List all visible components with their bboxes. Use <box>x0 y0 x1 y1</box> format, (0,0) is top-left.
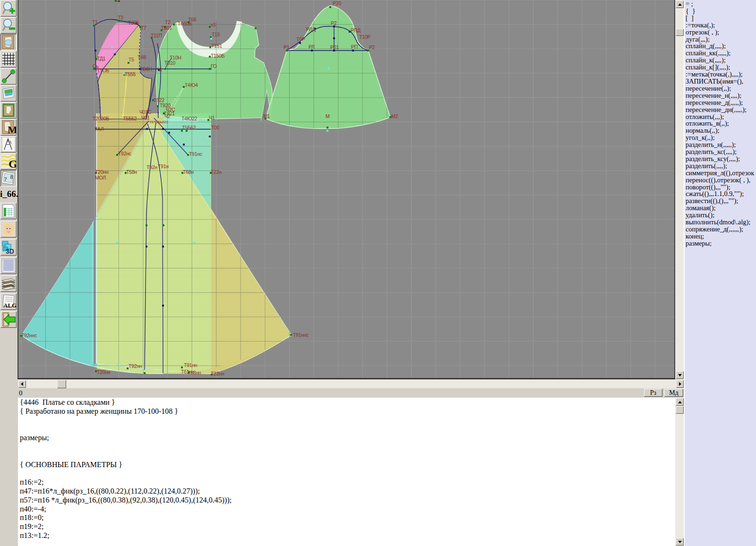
svg-text:Т5Б52: Т5Б52 <box>123 116 137 121</box>
svg-text:тд: тд <box>157 66 162 72</box>
svg-text:Т7: Т7 <box>141 25 146 31</box>
svg-text:Т8Т0БЬ022: Т8Т0БЬ022 <box>149 120 169 124</box>
svg-text:РП: РП <box>351 44 358 50</box>
svg-text:Т58н: Т58н <box>126 169 137 175</box>
svg-text:РЛ: РЛ <box>309 44 315 50</box>
svg-text:M: M <box>8 124 16 135</box>
svg-text:Т22н: Т22н <box>211 169 222 175</box>
svg-text:М: М <box>326 113 329 119</box>
svg-text:Т305: Т305 <box>128 20 139 26</box>
svg-text:РЛД: РЛД <box>306 26 316 32</box>
svg-text:Ч01С: Ч01С <box>139 109 152 115</box>
svg-text:РПД: РПД <box>351 27 361 33</box>
svg-text:Т20нн: Т20нн <box>97 369 111 375</box>
svg-text:Т1: Т1 <box>92 19 98 25</box>
svg-text:ТбР: ТбР <box>296 36 305 42</box>
svg-text:Т91н: Т91н <box>158 163 169 169</box>
svg-text:Р2: Р2 <box>369 44 375 50</box>
svg-text:Р20: Р20 <box>333 0 341 6</box>
svg-text:Т66: Т66 <box>188 17 197 22</box>
svg-text:Т11П: Т11П <box>151 33 162 38</box>
svg-text:Т4Ю22: Т4Ю22 <box>181 116 198 121</box>
svg-text:х1: х1 <box>211 22 216 27</box>
svg-text:Т15: Т15 <box>212 32 220 37</box>
svg-text:Т2: Т2 <box>165 19 171 25</box>
svg-text:Т68нн: Т68нн <box>188 370 201 375</box>
svg-text:Т22нн: Т22нн <box>211 371 224 376</box>
svg-text:ТАЛ: ТАЛ <box>94 126 104 132</box>
svg-text:Т10Р: Т10Р <box>359 34 370 40</box>
svg-text:G: G <box>9 158 16 169</box>
svg-text:Т00: Т00 <box>211 125 220 130</box>
svg-text:Т5Б62: Т5Б62 <box>182 125 196 130</box>
svg-text:Т91нн: Т91нн <box>184 362 198 368</box>
svg-text:Т92нс: Т92нс <box>118 151 131 156</box>
svg-text:Т4В: Т4В <box>137 54 146 60</box>
svg-text:ТД1: ТД1 <box>97 56 106 61</box>
svg-text:ALG: ALG <box>3 302 16 309</box>
svg-text:ГО: ГО <box>211 63 217 69</box>
svg-text:М2: М2 <box>391 113 398 119</box>
svg-text:Р1: Р1 <box>284 44 290 50</box>
svg-text:Т010: Т010 <box>164 60 175 66</box>
svg-text:Т68н: Т68н <box>183 169 194 175</box>
svg-text:A: A <box>9 140 12 145</box>
svg-text:Т3: Т3 <box>118 15 123 20</box>
svg-text:Рб1: Рб1 <box>330 44 339 50</box>
svg-text:Т151: Т151 <box>211 43 222 49</box>
svg-text:ТВбН: ТВбН <box>140 66 152 72</box>
svg-text:Р2: Р2 <box>331 20 337 26</box>
svg-text:Т20нн: Т20нн <box>95 169 109 175</box>
svg-text:Т92ннс: Т92ннс <box>21 333 37 338</box>
svg-text:Ч01: Ч01 <box>141 115 150 120</box>
svg-text:Ч1: Ч1 <box>209 115 215 120</box>
svg-text:Т801: Т801 <box>161 25 172 31</box>
svg-text:3D: 3D <box>6 247 14 255</box>
svg-text:МОЛ: МОЛ <box>95 175 106 180</box>
svg-text:Т4Ю4: Т4Ю4 <box>185 82 198 88</box>
svg-text:Т2020Б: Т2020Б <box>93 116 109 121</box>
svg-text:ТТОБ: ТТОБ <box>97 68 110 73</box>
svg-text:Т150Б: Т150Б <box>211 53 225 59</box>
svg-text:Т92нн: Т92нн <box>129 363 142 369</box>
svg-text:Т92н: Т92н <box>146 164 157 170</box>
svg-text:Т5: Т5 <box>129 57 134 62</box>
svg-text:Ч2: Ч2 <box>164 113 171 119</box>
svg-text:Т91ннс: Т91ннс <box>293 332 309 338</box>
svg-text:Т555: Т555 <box>125 71 136 77</box>
svg-text:М1: М1 <box>263 113 270 119</box>
svg-text:Т91нс: Т91нс <box>189 151 202 157</box>
